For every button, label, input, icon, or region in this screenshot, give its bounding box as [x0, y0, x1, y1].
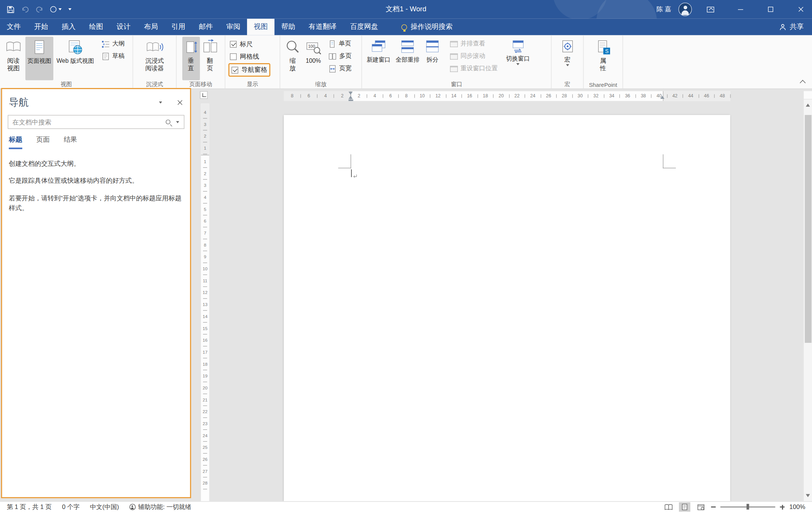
tab-help[interactable]: 帮助 — [274, 19, 302, 35]
search-icon[interactable] — [166, 120, 170, 124]
zoom-out-icon[interactable] — [711, 507, 716, 507]
split-button[interactable]: 拆分 — [423, 37, 442, 80]
ruler-number: 27 — [201, 465, 209, 477]
vertical-button[interactable]: 垂直 — [182, 37, 200, 80]
nav-tab-results[interactable]: 结果 — [64, 135, 77, 149]
ruler-number: 2 — [201, 130, 209, 142]
tab-mailings[interactable]: 邮件 — [192, 19, 220, 35]
tab-view[interactable]: 视图 — [247, 19, 274, 35]
document-page[interactable] — [284, 115, 730, 501]
web-layout-button[interactable]: Web 版式视图 — [55, 37, 96, 80]
collapse-ribbon-icon[interactable] — [800, 80, 806, 86]
ruler-number: 32 — [588, 91, 604, 101]
ruler-number: 28 — [556, 91, 572, 101]
save-icon[interactable] — [7, 5, 15, 13]
navigation-pane-callout: 导航窗格 — [229, 63, 271, 77]
share-button[interactable]: 共享 — [779, 19, 812, 35]
nav-tab-headings[interactable]: 标题 — [9, 135, 22, 149]
text-cursor — [351, 169, 352, 177]
tab-references[interactable]: 引用 — [165, 19, 192, 35]
draft-view-button[interactable]: 草稿 — [99, 51, 127, 62]
accessibility-status[interactable]: 辅助功能: 一切就绪 — [124, 503, 196, 511]
avatar[interactable] — [679, 3, 692, 16]
tab-baidu-netdisk[interactable]: 百度网盘 — [343, 19, 385, 35]
macros-button[interactable]: 宏 — [559, 37, 576, 80]
outline-view-button[interactable]: 大纲 — [99, 38, 127, 49]
tab-review[interactable]: 审阅 — [220, 19, 247, 35]
tab-insert[interactable]: 插入 — [55, 19, 82, 35]
ruler-number: 26 — [541, 91, 556, 101]
web-layout-view-button[interactable] — [695, 502, 706, 512]
user-name[interactable]: 陈 嘉 — [656, 5, 671, 14]
multiple-pages-button[interactable]: 多页 — [326, 51, 354, 62]
vertical-scrollbar[interactable] — [803, 91, 812, 501]
arrange-all-icon — [400, 39, 415, 54]
scroll-up-icon[interactable] — [806, 104, 810, 107]
ruler-number: 16 — [462, 91, 477, 101]
word-count-status[interactable]: 0 个字 — [57, 503, 85, 511]
read-view-button[interactable]: 阅读视图 — [3, 37, 24, 80]
ruler-checkbox[interactable]: 标尺 — [229, 38, 271, 50]
ruler-number: 4 — [201, 191, 209, 203]
tab-selector-button[interactable] — [200, 91, 208, 99]
vertical-ruler[interactable]: 4321 12345678910111213141516171819202122… — [201, 104, 209, 501]
one-page-button[interactable]: 单页 — [326, 38, 354, 49]
zoom-percentage[interactable]: 100% — [789, 503, 805, 510]
zoom-slider-thumb[interactable] — [747, 504, 749, 510]
print-layout-button[interactable]: 页面视图 — [26, 37, 53, 80]
close-button[interactable] — [789, 0, 812, 19]
arrange-all-button[interactable]: 全部重排 — [394, 37, 421, 80]
zoom-button[interactable]: 缩放 — [283, 37, 302, 80]
immersive-reader-button[interactable]: 沉浸式阅读器 — [142, 37, 168, 80]
chevron-down-icon — [566, 64, 569, 67]
scroll-down-icon[interactable] — [806, 494, 810, 497]
ruler-main: 2468101214161820222426283032343638404244… — [351, 91, 730, 101]
search-options-chevron-icon[interactable] — [176, 121, 179, 123]
search-input[interactable] — [8, 118, 166, 126]
zoom-slider[interactable] — [721, 507, 776, 507]
right-indent-marker[interactable] — [660, 96, 664, 99]
tell-me-search[interactable]: 操作说明搜索 — [396, 19, 458, 35]
tab-home[interactable]: 开始 — [27, 19, 55, 35]
language-status[interactable]: 中文(中国) — [85, 503, 124, 511]
zoom-in-icon[interactable] — [780, 504, 785, 509]
page-number-status[interactable]: 第 1 页，共 1 页 — [0, 503, 57, 511]
print-layout-view-button[interactable] — [679, 502, 690, 512]
ruler-toggle-button[interactable] — [804, 91, 812, 99]
tab-design[interactable]: 设计 — [110, 19, 137, 35]
tab-file[interactable]: 文件 — [0, 19, 27, 35]
hanging-indent-marker[interactable] — [348, 96, 353, 99]
side-to-side-button[interactable]: 翻页 — [201, 37, 220, 80]
left-indent-marker[interactable] — [348, 99, 353, 101]
page-width-button[interactable]: 页宽 — [326, 63, 354, 74]
ruler-number: 3 — [201, 118, 209, 130]
nav-help-text: 创建文档的交互式大纲。 — [9, 159, 183, 169]
page-width-icon — [328, 65, 336, 73]
read-mode-view-button[interactable] — [663, 502, 674, 512]
new-window-button[interactable]: 新建窗口 — [365, 37, 392, 80]
switch-windows-button[interactable]: 切换窗口 — [504, 37, 532, 80]
tab-draw[interactable]: 绘图 — [82, 19, 110, 35]
margin-corner-mark-top-left — [338, 155, 351, 168]
touch-mouse-mode-button[interactable] — [50, 6, 62, 13]
tab-youdao-translate[interactable]: 有道翻译 — [302, 19, 343, 35]
nav-tab-pages[interactable]: 页面 — [36, 135, 50, 149]
ribbon-display-options-button[interactable] — [699, 0, 722, 19]
navigation-pane-checkbox[interactable]: 导航窗格 — [231, 64, 268, 76]
ruler-number: 10 — [201, 262, 209, 274]
gridlines-checkbox[interactable]: 网格线 — [229, 51, 271, 62]
side-by-side-icon — [450, 41, 458, 47]
properties-button[interactable]: S 属性 — [594, 37, 612, 80]
checkbox-checked-icon — [230, 41, 237, 47]
close-pane-icon[interactable] — [177, 99, 183, 106]
maximize-button[interactable] — [759, 0, 782, 19]
group-label-views: 视图 — [0, 80, 133, 88]
scrollbar-thumb[interactable] — [805, 115, 812, 343]
zoom-100-button[interactable]: 100 100% — [303, 37, 323, 80]
minimize-button[interactable] — [729, 0, 752, 19]
first-line-indent-marker[interactable] — [348, 92, 353, 95]
multiple-pages-icon — [328, 52, 336, 60]
customize-qat-icon[interactable] — [68, 8, 71, 11]
tab-layout[interactable]: 布局 — [137, 19, 165, 35]
pane-options-chevron-icon[interactable] — [159, 101, 162, 104]
